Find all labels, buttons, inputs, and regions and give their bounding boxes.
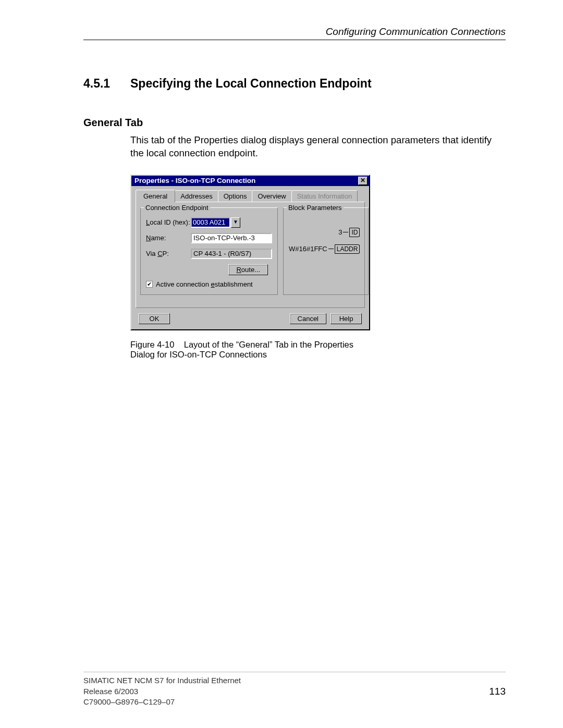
groupbox-block-parameters: Block Parameters 3 ID W#16#1FFC (283, 207, 369, 295)
connector-line-icon (328, 249, 334, 249)
via-cp-label: Via CP: (146, 250, 191, 257)
local-id-label: Local ID (hex): (146, 218, 191, 226)
block-param-id-label: ID (349, 228, 360, 237)
page-number: 113 (489, 686, 506, 697)
route-button[interactable]: Route... (228, 264, 268, 275)
cancel-button[interactable]: Cancel (290, 313, 326, 324)
active-connection-label: Active connection establishment (156, 280, 253, 288)
groupbox-connection-endpoint-label: Connection Endpoint (144, 204, 210, 212)
header-rule (83, 40, 506, 40)
figure-caption: Figure 4-10 Layout of the “General” Tab … (130, 340, 370, 360)
section-title: Specifying the Local Connection Endpoint (130, 77, 372, 91)
footer-release: Release 6/2003 (83, 686, 241, 697)
tab-overview[interactable]: Overview (252, 190, 291, 202)
block-param-laddr-value: W#16#1FFC (289, 245, 327, 253)
dialog-button-row: OK Cancel Help (136, 308, 365, 325)
tab-options[interactable]: Options (218, 190, 253, 202)
tab-status-information: Status Information (291, 190, 358, 202)
section-number: 4.5.1 (83, 77, 130, 91)
tabs-row: General Addresses Options Overview Statu… (136, 189, 365, 202)
active-connection-checkbox[interactable]: ✔ (146, 281, 153, 288)
help-button[interactable]: Help (331, 313, 362, 324)
tab-panel-general: Connection Endpoint Local ID (hex): ▼ Na… (136, 202, 365, 308)
block-param-laddr-label: LADDR (335, 244, 360, 254)
figure-label: Figure 4-10 (130, 340, 174, 349)
close-icon[interactable]: ✕ (358, 177, 368, 185)
groupbox-connection-endpoint: Connection Endpoint Local ID (hex): ▼ Na… (140, 207, 278, 295)
dialog-title: Properties - ISO-on-TCP Connection (134, 177, 255, 184)
page-footer: SIMATIC NET NCM S7 for Industrial Ethern… (83, 672, 506, 707)
name-label: Name: (146, 234, 191, 242)
footer-docnumber: C79000–G8976–C129–07 (83, 697, 241, 707)
connector-line-icon (343, 232, 348, 232)
ok-button[interactable]: OK (139, 313, 170, 324)
running-head: Configuring Communication Connections (83, 26, 506, 38)
dialog-titlebar: Properties - ISO-on-TCP Connection ✕ (131, 176, 369, 186)
name-input[interactable] (191, 233, 272, 243)
local-id-dropdown-button[interactable]: ▼ (231, 217, 240, 228)
footer-doc-title: SIMATIC NET NCM S7 for Industrial Ethern… (83, 675, 241, 686)
tab-addresses[interactable]: Addresses (175, 190, 218, 202)
local-id-input[interactable] (191, 217, 230, 228)
via-cp-input (191, 249, 272, 259)
subsection-body: This tab of the Properties dialog displa… (130, 134, 506, 160)
properties-dialog: Properties - ISO-on-TCP Connection ✕ Gen… (130, 175, 370, 330)
subsection-heading: General Tab (83, 117, 506, 129)
tab-general[interactable]: General (136, 190, 175, 202)
block-param-id-value: 3 (338, 228, 342, 236)
groupbox-block-parameters-label: Block Parameters (287, 204, 344, 212)
